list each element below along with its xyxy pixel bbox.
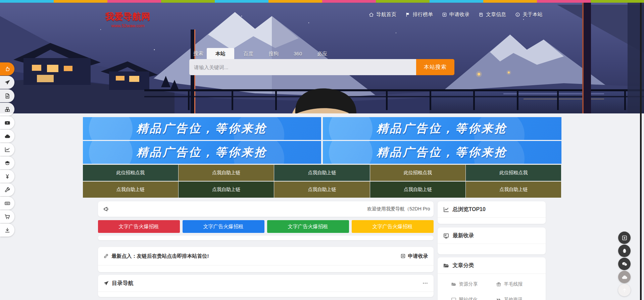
- category-label: 资源分享: [459, 281, 478, 287]
- banner-ad[interactable]: 精品广告位，等你来抢: [323, 141, 561, 164]
- article-categories-header: 文章分类: [438, 257, 546, 273]
- float-qq-button[interactable]: [618, 245, 631, 257]
- nav-item-ranking[interactable]: 排行榜单: [405, 11, 433, 18]
- apply-inclusion-button[interactable]: 申请收录: [400, 253, 428, 259]
- yuan-icon: [4, 173, 10, 180]
- tab-baidu[interactable]: 百度: [237, 48, 259, 59]
- text-ad-red[interactable]: 文字广告火爆招租: [98, 220, 180, 233]
- paper-plane-icon: [4, 80, 10, 86]
- latest-included-header: 最新收录: [438, 228, 546, 244]
- forward-icon: [496, 297, 501, 300]
- banner-ad[interactable]: 精品广告位，等你来抢: [323, 117, 561, 140]
- dock-item-shop[interactable]: [0, 210, 14, 223]
- category-label: 羊毛线报: [504, 281, 523, 287]
- apply-inclusion-label: 申请收录: [408, 253, 428, 259]
- card-body-empty: [98, 292, 434, 297]
- nav-item-label: 申请收录: [449, 11, 469, 18]
- link-ad-cell[interactable]: 此位招租点我: [370, 165, 465, 181]
- link-ad-cell[interactable]: 点我自助上链: [179, 182, 274, 198]
- dock-item-input[interactable]: [0, 197, 14, 210]
- display-icon: [451, 297, 456, 300]
- plus-square-icon: [622, 235, 628, 241]
- dock-item-video[interactable]: [0, 116, 14, 129]
- dock-item-study[interactable]: [0, 156, 14, 169]
- download-icon: [4, 227, 10, 233]
- book-icon: [479, 12, 484, 17]
- scrollbar[interactable]: [640, 3, 642, 300]
- home-icon: [369, 12, 374, 17]
- cart-icon: [4, 214, 10, 220]
- banner-ads: 精品广告位，等你来抢 精品广告位，等你来抢 精品广告位，等你来抢 精品广告位，等…: [83, 117, 561, 164]
- category-resources[interactable]: 资源分享: [451, 279, 496, 289]
- link-ad-cell[interactable]: 此位招租点我: [83, 165, 178, 181]
- page: 我爱导航网 www.52waw.com 导航首页 排行榜单 申请收录 文章信息: [0, 0, 644, 300]
- tab-bing[interactable]: 必应: [311, 48, 333, 59]
- banner-ad-text: 精品广告位，等你来抢: [137, 145, 267, 160]
- nav-item-home[interactable]: 导航首页: [369, 11, 396, 18]
- site-logo-title: 我爱导航网: [103, 11, 153, 22]
- site-logo-subtitle: www.52waw.com: [103, 23, 153, 28]
- latest-in-row: 最新点入：友链后在贵站点击即排本站首位! 申请收录: [98, 247, 434, 265]
- nav-item-label: 关于本站: [523, 11, 543, 18]
- directory-title: 目录导航: [103, 280, 134, 287]
- banner-ad[interactable]: 精品广告位，等你来抢: [83, 141, 321, 164]
- link-ad-cell[interactable]: 点我自助上链: [274, 165, 369, 181]
- plus-square-icon: [400, 253, 406, 259]
- latest-in-card: 最新点入：友链后在贵站点击即排本站首位! 申请收录: [98, 247, 434, 272]
- category-seo[interactable]: 网站优化: [451, 295, 496, 300]
- nav-item-about[interactable]: 关于本站: [515, 11, 543, 18]
- link-ad-cell[interactable]: 点我自助上链: [179, 165, 274, 181]
- site-logo[interactable]: 我爱导航网 www.52waw.com: [103, 11, 153, 28]
- dock-item-cloud[interactable]: [0, 130, 14, 143]
- float-submit-button[interactable]: [618, 232, 631, 244]
- text-ad-green[interactable]: 文字广告火爆招租: [267, 220, 349, 233]
- link-ad-cell[interactable]: 点我自助上链: [83, 182, 178, 198]
- float-wechat-button[interactable]: [618, 258, 631, 270]
- card-body-empty: [438, 218, 546, 224]
- search-button[interactable]: 本站搜索: [416, 59, 454, 75]
- text-ad-blue[interactable]: 文字广告火爆招租: [183, 220, 264, 233]
- folder-open-icon: [451, 282, 456, 287]
- keyboard-icon: [4, 200, 10, 206]
- search-input[interactable]: [189, 59, 416, 75]
- link-ad-cell[interactable]: 点我自助上链: [370, 182, 465, 198]
- dock-item-download[interactable]: [0, 223, 14, 237]
- top10-title: 总浏览TOP10: [453, 206, 486, 213]
- text-ad-yellow[interactable]: 文字广告火爆招租: [352, 220, 434, 233]
- category-news[interactable]: 其他资讯: [496, 295, 541, 300]
- link-ad-cell[interactable]: 点我自助上链: [274, 182, 369, 198]
- banner-ad-text: 精品广告位，等你来抢: [377, 121, 507, 136]
- tab-sogou[interactable]: 搜狗: [262, 48, 285, 59]
- link-ad-cell[interactable]: 点我自助上链: [466, 182, 561, 198]
- dock-item-send[interactable]: [0, 76, 14, 89]
- tab-360[interactable]: 360: [288, 48, 308, 59]
- more-button[interactable]: [422, 280, 428, 286]
- nav-item-articles[interactable]: 文章信息: [479, 11, 506, 18]
- dock-item-modules[interactable]: [0, 103, 14, 116]
- float-back-to-top-button[interactable]: [618, 284, 631, 296]
- dock-item-likes[interactable]: [0, 62, 14, 76]
- article-categories-card: 文章分类 资源分享 羊毛线报: [438, 257, 546, 300]
- dock-item-finance[interactable]: [0, 170, 14, 183]
- dock-item-tools[interactable]: [0, 183, 14, 196]
- category-deals[interactable]: 羊毛线报: [496, 279, 541, 289]
- latest-in-title: 最新点入：友链后在贵站点击即排本站首位!: [103, 253, 209, 259]
- dock-item-docs[interactable]: [0, 89, 14, 102]
- text-ad-row: 文字广告火爆招租 文字广告火爆招租 文字广告火爆招租 文字广告火爆招租: [98, 220, 434, 233]
- nav-item-submit[interactable]: 申请收录: [442, 11, 469, 18]
- top10-header: 总浏览TOP10: [438, 201, 546, 217]
- link-ad-grid: 此位招租点我 点我自助上链 点我自助上链 此位招租点我 此位招租点我 点我自助上…: [83, 165, 561, 198]
- top-nav: 导航首页 排行榜单 申请收录 文章信息 关于本站: [369, 11, 543, 18]
- directory-header: 目录导航: [98, 275, 434, 292]
- graduation-cap-icon: [4, 160, 10, 166]
- float-cloud-logo-button[interactable]: [618, 271, 631, 283]
- link-ad-cell[interactable]: 此位招租点我: [466, 165, 561, 181]
- banner-ad-text: 精品广告位，等你来抢: [377, 145, 507, 160]
- banner-ad[interactable]: 精品广告位，等你来抢: [83, 117, 321, 140]
- search-prefix-label: 搜索: [189, 50, 207, 59]
- megaphone-icon: [103, 206, 109, 212]
- latest-included-card: 最新收录: [438, 228, 546, 254]
- tab-local[interactable]: 本站: [207, 48, 234, 59]
- dock-item-stats[interactable]: [0, 143, 14, 156]
- nav-item-label: 排行榜单: [413, 11, 433, 18]
